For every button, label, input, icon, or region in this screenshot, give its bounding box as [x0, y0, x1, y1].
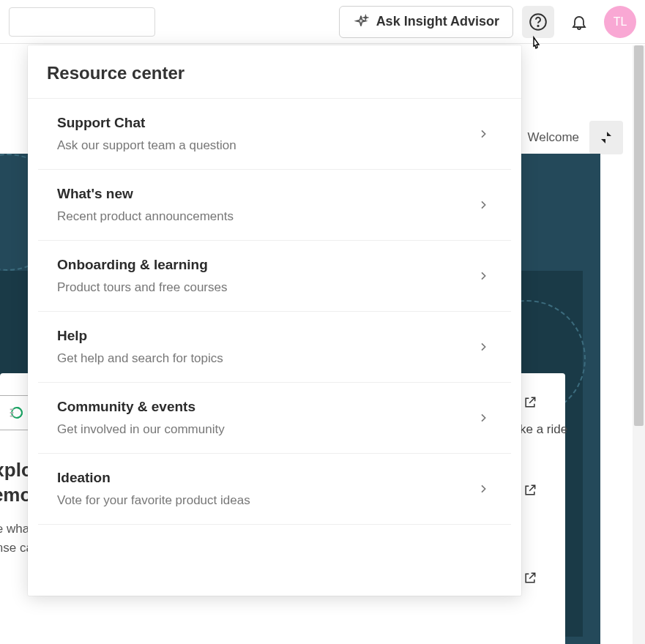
help-button[interactable]	[522, 6, 554, 38]
panel-item-subtitle: Get involved in our community	[57, 422, 474, 437]
collapse-button[interactable]	[589, 121, 623, 154]
svg-point-1	[537, 25, 538, 26]
external-link-icon	[523, 483, 537, 498]
panel-item-subtitle: Get help and search for topics	[57, 351, 474, 366]
search-input[interactable]	[9, 7, 155, 37]
resource-center-panel: Resource center Support Chat Ask our sup…	[28, 45, 521, 596]
welcome-strip: Welcome	[527, 121, 623, 154]
welcome-label: Welcome	[527, 130, 579, 145]
panel-item-title: Community & events	[57, 399, 474, 415]
chevron-right-icon	[474, 480, 492, 498]
panel-item-onboarding[interactable]: Onboarding & learning Product tours and …	[38, 241, 511, 312]
top-bar: Ask Insight Advisor TL	[0, 0, 645, 44]
panel-item-subtitle: Vote for your favorite product ideas	[57, 493, 474, 508]
panel-title: Resource center	[28, 45, 521, 99]
user-avatar[interactable]: TL	[604, 6, 636, 38]
panel-item-texts: What's new Recent product announcements	[57, 186, 474, 224]
panel-item-help[interactable]: Help Get help and search for topics	[38, 312, 511, 383]
help-icon	[529, 12, 548, 31]
panel-item-title: Ideation	[57, 470, 474, 486]
panel-item-title: Onboarding & learning	[57, 257, 474, 273]
bell-icon	[570, 13, 588, 31]
ask-insight-advisor-button[interactable]: Ask Insight Advisor	[339, 6, 513, 38]
chevron-right-icon	[474, 125, 492, 143]
side-link[interactable]	[523, 571, 537, 585]
panel-item-title: Help	[57, 328, 474, 344]
panel-item-texts: Ideation Vote for your favorite product …	[57, 470, 474, 508]
external-link-icon	[523, 395, 537, 410]
panel-item-texts: Onboarding & learning Product tours and …	[57, 257, 474, 295]
panel-item-subtitle: Product tours and free courses	[57, 280, 474, 295]
panel-item-subtitle: Recent product announcements	[57, 209, 474, 224]
panel-item-texts: Help Get help and search for topics	[57, 328, 474, 366]
panel-item-subtitle: Ask our support team a question	[57, 138, 474, 153]
panel-item-title: What's new	[57, 186, 474, 202]
panel-item-title: Support Chat	[57, 115, 474, 131]
sparkle-icon	[353, 14, 369, 30]
avatar-initials: TL	[614, 15, 627, 29]
panel-item-texts: Community & events Get involved in our c…	[57, 399, 474, 437]
chevron-right-icon	[474, 196, 492, 214]
chevron-right-icon	[474, 409, 492, 427]
panel-item-ideation[interactable]: Ideation Vote for your favorite product …	[38, 454, 511, 525]
panel-item-whats-new[interactable]: What's new Recent product announcements	[38, 170, 511, 241]
compress-icon	[599, 130, 614, 145]
panel-item-community[interactable]: Community & events Get involved in our c…	[38, 383, 511, 454]
notifications-button[interactable]	[563, 6, 595, 38]
ask-button-label: Ask Insight Advisor	[376, 14, 499, 29]
scrollbar-track[interactable]	[633, 45, 645, 644]
scrollbar-thumb[interactable]	[634, 45, 644, 426]
panel-item-texts: Support Chat Ask our support team a ques…	[57, 115, 474, 153]
chevron-right-icon	[474, 338, 492, 356]
side-link[interactable]	[523, 483, 537, 498]
chevron-right-icon	[474, 267, 492, 285]
side-link[interactable]	[523, 395, 537, 410]
panel-item-support-chat[interactable]: Support Chat Ask our support team a ques…	[38, 99, 511, 170]
external-link-icon	[523, 571, 537, 585]
